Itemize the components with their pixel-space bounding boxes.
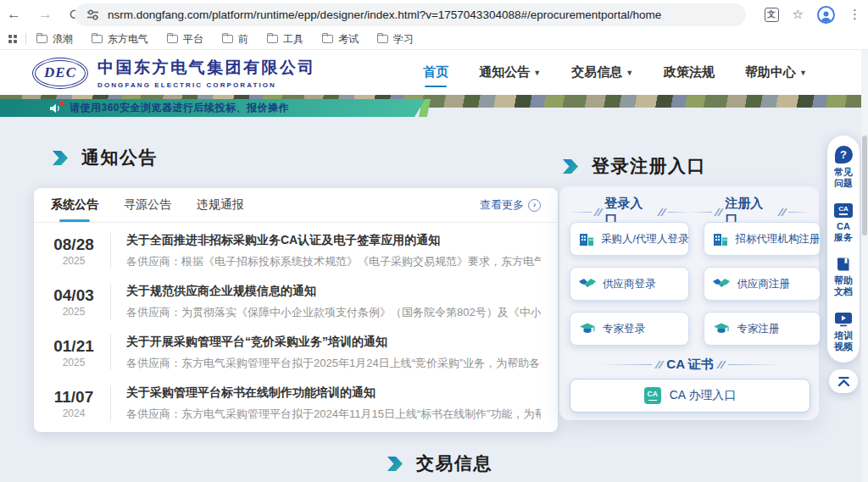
notice-date-md: 04/03 — [44, 286, 103, 305]
notice-title[interactable]: 关于采购管理平台标书在线制作功能培训的通知 — [126, 385, 541, 401]
bookmark-label: 前 — [238, 32, 248, 47]
notice-list: 08/28 2025 关于全面推进非招标采购业务CA认证及电子签章应用的通知 各… — [34, 223, 558, 429]
bookmark-star-icon[interactable]: ☆ — [793, 7, 804, 22]
notice-title[interactable]: 关于全面推进非招标采购业务CA认证及电子签章应用的通知 — [126, 233, 541, 248]
site-settings-icon[interactable] — [86, 9, 99, 20]
divider — [788, 212, 810, 213]
ca-card-text: CA — [838, 206, 849, 213]
notice-date-md: 08/28 — [44, 235, 103, 254]
chevron-right-icon: › — [528, 199, 541, 212]
bookmark-item[interactable]: 工具 — [267, 32, 303, 47]
translate-icon[interactable]: 文 — [765, 8, 779, 22]
supplier-login-button[interactable]: 供应商登录 — [570, 267, 689, 301]
expert-register-button[interactable]: 专家注册 — [704, 312, 821, 346]
graduation-cap-icon — [713, 323, 730, 335]
divider — [728, 364, 781, 365]
chevron-down-icon: ▼ — [626, 69, 633, 77]
button-label: 供应商登录 — [603, 277, 656, 291]
notice-title[interactable]: 关于规范供应商企业规模信息的通知 — [126, 284, 541, 299]
notice-desc: 各供应商：根据《电子招标投标系统技术规范》《电子采购交易规范》要求，东方电气采购… — [126, 254, 541, 269]
bookmark-item[interactable]: 东方电气 — [92, 32, 148, 47]
notice-date: 04/03 2025 — [44, 286, 103, 318]
notice-date: 01/21 2025 — [44, 337, 103, 368]
bookmark-item[interactable]: 平台 — [167, 32, 203, 47]
divider — [570, 212, 592, 213]
sidebar-item-ca-service[interactable]: CA CA服务 — [832, 203, 855, 243]
button-label: CA 办理入口 — [670, 388, 737, 403]
bookmark-label: 东方电气 — [108, 32, 148, 47]
back-icon[interactable]: ← — [7, 6, 21, 23]
notice-desc: 各供应商：东方电气采购管理平台拟于2024年11月15日上线“标书在线制作”功能… — [126, 407, 541, 422]
supplier-register-button[interactable]: 供应商注册 — [704, 267, 821, 301]
folder-icon — [267, 35, 278, 43]
address-bar[interactable]: nsrm.dongfang.com/platform/runtime/epp/d… — [75, 3, 746, 26]
notice-row[interactable]: 11/07 2024 关于采购管理平台标书在线制作功能培训的通知 各供应商：东方… — [44, 378, 541, 429]
company-logo[interactable]: DEC 中国东方电气集团有限公司 DONGFANG ELECTRIC CORPO… — [32, 57, 316, 89]
sidebar-item-faq[interactable]: ? 常见问题 — [832, 146, 855, 189]
scrollbar-track[interactable] — [861, 50, 868, 482]
section-arrow-icon — [51, 150, 69, 166]
apps-grid-icon[interactable] — [8, 35, 17, 43]
browser-notice-banner: 请使用360安全浏览器进行后续投标、报价操作 — [0, 99, 426, 117]
sidebar-item-training-videos[interactable]: 培训视频 — [832, 312, 855, 352]
notice-row[interactable]: 01/21 2025 关于开展采购管理平台“竞价采购业务”培训的通知 各供应商：… — [44, 327, 541, 378]
view-more-link[interactable]: 查看更多 › — [480, 197, 541, 213]
login-section-header: 登录注册入口 — [561, 154, 706, 178]
site-header: DEC 中国东方电气集团有限公司 DONGFANG ELECTRIC CORPO… — [0, 50, 868, 95]
notice-date: 11/07 2024 — [44, 388, 103, 419]
bookmark-item[interactable]: 考试 — [322, 32, 359, 47]
sidebar-label: 常见 — [834, 167, 853, 177]
divider — [659, 208, 665, 216]
expert-login-button[interactable]: 专家登录 — [570, 312, 689, 346]
bookmark-item[interactable]: 学习 — [377, 32, 414, 47]
nav-item-notices[interactable]: 通知公告▼ — [479, 64, 541, 80]
browser-menu-icon[interactable]: ⋮ — [849, 7, 861, 22]
nav-label: 通知公告 — [479, 64, 530, 80]
folder-icon — [92, 35, 103, 43]
notice-row[interactable]: 08/28 2025 关于全面推进非招标采购业务CA认证及电子签章应用的通知 各… — [44, 225, 541, 276]
bookmark-item[interactable]: 浪潮 — [36, 32, 73, 47]
divider — [110, 284, 111, 319]
notice-date-year: 2025 — [44, 255, 103, 267]
login-buttons-grid: 采购人/代理人登录 招标代理机构注册 供应商登录 供应商注册 — [570, 222, 810, 346]
sidebar-label: 帮助 — [834, 275, 853, 285]
nav-item-help-center[interactable]: 帮助中心▼ — [745, 64, 807, 80]
profile-avatar[interactable] — [817, 6, 835, 24]
collapse-to-top-button[interactable] — [829, 369, 858, 393]
folder-icon — [222, 35, 233, 43]
tab-system-notices[interactable]: 系统公告 — [51, 197, 98, 213]
bookmark-item[interactable]: 前 — [222, 32, 248, 47]
notice-row[interactable]: 04/03 2025 关于规范供应商企业规模信息的通知 各供应商：为贯彻落实《保… — [44, 276, 541, 327]
notice-date-year: 2024 — [44, 407, 103, 419]
nav-label: 政策法规 — [664, 64, 715, 80]
divider — [668, 212, 690, 213]
nav-item-home[interactable]: 首页 — [423, 64, 448, 80]
folder-icon — [36, 35, 47, 43]
url-text[interactable]: nsrm.dongfang.com/platform/runtime/epp/d… — [108, 8, 661, 21]
notice-title[interactable]: 关于开展采购管理平台“竞价采购业务”培训的通知 — [126, 335, 541, 350]
company-name-en: DONGFANG ELECTRIC CORPORATION — [97, 81, 316, 89]
tab-violation-reports[interactable]: 违规通报 — [197, 197, 244, 213]
bidding-agency-register-button[interactable]: 招标代理机构注册 — [704, 222, 821, 256]
notice-desc: 各供应商：东方电气采购管理平台拟于2025年1月24日上线“竞价采购”业务，为帮… — [126, 356, 541, 371]
nav-item-trade-info[interactable]: 交易信息▼ — [571, 64, 633, 80]
forward-icon[interactable]: → — [38, 6, 53, 23]
tab-sourcing-notices[interactable]: 寻源公告 — [124, 197, 171, 213]
notification-dot — [59, 101, 64, 106]
sidebar-label: 培训 — [834, 330, 853, 341]
section-title: 通知公告 — [81, 146, 158, 169]
bookmark-label: 考试 — [338, 32, 359, 47]
notice-date-md: 01/21 — [44, 337, 103, 356]
building-icon — [713, 232, 728, 246]
ca-badge-text: CA — [648, 391, 658, 398]
buyer-agent-login-button[interactable]: 采购人/代理人登录 — [570, 222, 689, 256]
sidebar-item-help-docs[interactable]: 帮助文档 — [832, 257, 855, 297]
sidebar-label: 文档 — [834, 286, 853, 296]
button-label: 专家注册 — [737, 322, 779, 336]
company-name-cn: 中国东方电气集团有限公司 — [97, 57, 316, 79]
ca-apply-button[interactable]: CA CA 办理入口 — [570, 379, 810, 413]
nav-item-policies[interactable]: 政策法规 — [664, 64, 715, 80]
divider — [780, 208, 785, 216]
divider — [110, 385, 111, 421]
scrollbar-thumb[interactable] — [862, 136, 867, 235]
